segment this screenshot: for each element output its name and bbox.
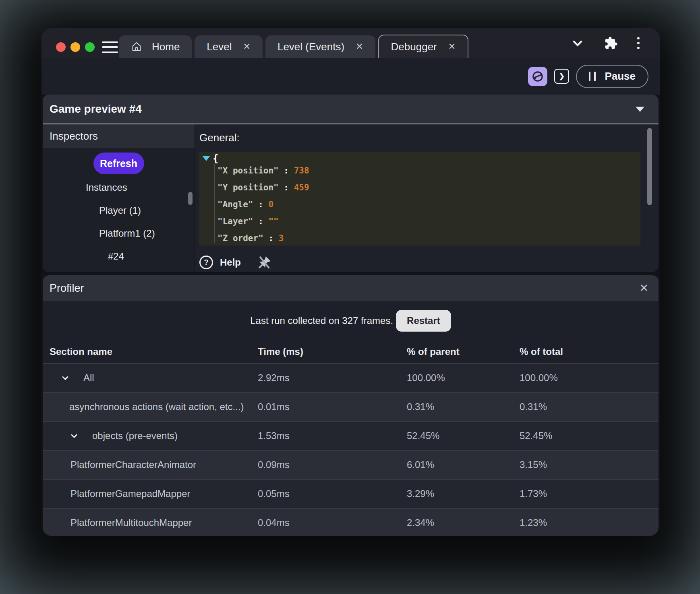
- json-property-line: "X position" : 738: [217, 162, 309, 179]
- tab-level-events-[interactable]: Level (Events) ✕: [265, 35, 375, 58]
- inspectors-tree: Instances Player (1) Platform1 (2) #24: [43, 176, 195, 268]
- section-name-label: PlatformerCharacterAnimator: [70, 459, 196, 470]
- question-circle-icon[interactable]: ?: [199, 256, 213, 269]
- json-value: 459: [294, 183, 309, 192]
- kebab-menu-icon[interactable]: [637, 37, 640, 49]
- tab-bar: Home ✕ Level ✕ Level (Events) ✕: [119, 35, 468, 58]
- inspectors-header: Inspectors: [43, 124, 195, 148]
- pause-icon: [589, 72, 596, 81]
- expand-chevron-icon[interactable]: [69, 431, 79, 441]
- pin-off-icon[interactable]: [257, 255, 272, 270]
- profiler-status-row: Last run collected on 327 frames. Restar…: [43, 301, 659, 340]
- profiler-title: Profiler: [50, 282, 84, 295]
- caret-down-icon[interactable]: [636, 107, 644, 112]
- help-label[interactable]: Help: [220, 257, 241, 268]
- inspectors-title: Inspectors: [50, 130, 98, 142]
- profiler-header: Profiler ✕: [43, 275, 659, 301]
- json-value: 738: [294, 166, 309, 175]
- puzzle-extensions-icon[interactable]: [604, 36, 618, 50]
- inspectors-scrollbar[interactable]: [188, 192, 193, 205]
- time-cell: 2.92ms: [258, 372, 407, 384]
- section-name-label: All: [83, 372, 94, 384]
- inspector-tree-item[interactable]: Platform1 (2): [43, 222, 195, 245]
- restart-button[interactable]: Restart: [396, 310, 451, 332]
- json-indent-guide: [214, 164, 215, 243]
- profiler-table-rows: All 2.92ms 100.00% 100.00% asynchronous …: [43, 364, 659, 536]
- inspector-tree-item[interactable]: Player (1): [43, 199, 195, 222]
- json-lines: "X position" : 738 "Y position" : 459 "A…: [217, 162, 309, 245]
- json-property-line: "Layer" : "": [217, 213, 309, 230]
- pause-button[interactable]: Pause: [576, 65, 648, 88]
- titlebar: Home ✕ Level ✕ Level (Events) ✕: [41, 28, 660, 58]
- game-preview-panel: Game preview #4 Inspectors Refresh Insta…: [43, 95, 659, 272]
- section-name-cell: PlatformerGamepadMapper: [43, 488, 258, 499]
- refresh-button[interactable]: Refresh: [93, 153, 144, 174]
- percent-parent-cell: 100.00%: [407, 372, 520, 384]
- pause-label: Pause: [605, 70, 636, 82]
- column-percent-parent: % of parent: [407, 346, 520, 357]
- tab-label: Home: [152, 41, 180, 53]
- profiler-status-text: Last run collected on 327 frames.: [250, 315, 393, 326]
- close-window-button[interactable]: [56, 42, 66, 52]
- tab-home[interactable]: Home ✕: [119, 35, 192, 58]
- profiler-table-row[interactable]: PlatformerMultitouchMapper 0.04ms 2.34% …: [43, 508, 659, 536]
- general-scrollbar[interactable]: [647, 128, 652, 205]
- inspectors-panel: Inspectors Refresh Instances Player (1) …: [43, 124, 195, 272]
- json-key: "Z order": [217, 233, 263, 243]
- general-panel: General: { "X position" : 738 "Y positio…: [195, 124, 659, 272]
- titlebar-right-icons: [570, 28, 660, 58]
- inspector-tree-item[interactable]: Instances: [43, 176, 195, 199]
- percent-parent-cell: 2.34%: [407, 517, 520, 528]
- profiler-table-row[interactable]: PlatformerCharacterAnimator 0.09ms 6.01%…: [43, 450, 659, 479]
- console-icon[interactable]: ❯: [554, 69, 569, 84]
- inspector-tree-item[interactable]: #24: [43, 245, 195, 268]
- time-cell: 0.04ms: [258, 517, 407, 528]
- minimize-window-button[interactable]: [70, 42, 80, 52]
- column-time: Time (ms): [258, 346, 407, 357]
- section-name-cell: asynchronous actions (wait action, etc..…: [43, 401, 258, 412]
- profiler-table-row[interactable]: All 2.92ms 100.00% 100.00%: [43, 364, 659, 392]
- json-key: "Angle": [217, 200, 253, 209]
- percent-total-cell: 1.73%: [520, 488, 659, 499]
- time-cell: 1.53ms: [258, 430, 407, 441]
- json-value: 0: [268, 200, 273, 209]
- json-key: "Layer": [217, 217, 253, 226]
- percent-total-cell: 100.00%: [520, 372, 659, 384]
- profiler-gauge-icon[interactable]: [528, 67, 547, 86]
- tab-close-icon[interactable]: ✕: [354, 41, 363, 52]
- json-property-line: "Y position" : 459: [217, 179, 309, 196]
- game-preview-header[interactable]: Game preview #4: [43, 95, 659, 124]
- tab-debugger[interactable]: Debugger ✕: [378, 35, 469, 58]
- section-name-cell: All: [43, 372, 258, 384]
- profiler-table-row[interactable]: objects (pre-events) 1.53ms 52.45% 52.45…: [43, 421, 659, 450]
- json-property-line: "Angle" : 0: [217, 196, 309, 213]
- column-percent-total: % of total: [520, 346, 659, 357]
- debugger-toolbar: ❯ Pause: [41, 58, 660, 95]
- hamburger-menu-icon[interactable]: [102, 41, 118, 53]
- section-name-label: objects (pre-events): [92, 430, 178, 441]
- section-name-cell: objects (pre-events): [43, 430, 258, 441]
- tab-label: Debugger: [391, 41, 437, 53]
- tree-item-label: Player (1): [99, 205, 141, 216]
- chevron-down-icon[interactable]: [570, 36, 585, 50]
- column-section-name: Section name: [43, 346, 258, 357]
- profiler-table-row[interactable]: PlatformerGamepadMapper 0.05ms 3.29% 1.7…: [43, 479, 659, 508]
- section-name-label: PlatformerGamepadMapper: [70, 488, 190, 499]
- json-expander-icon[interactable]: [202, 156, 210, 161]
- debugger-window: Home ✕ Level ✕ Level (Events) ✕: [41, 28, 660, 536]
- close-icon[interactable]: ✕: [639, 282, 648, 295]
- percent-parent-cell: 6.01%: [407, 459, 520, 470]
- time-cell: 0.05ms: [258, 488, 407, 499]
- tab-close-icon[interactable]: ✕: [242, 41, 251, 52]
- json-value: "": [268, 217, 278, 226]
- expand-chevron-icon[interactable]: [60, 373, 70, 383]
- profiler-table-row[interactable]: asynchronous actions (wait action, etc..…: [43, 392, 659, 421]
- tab-level[interactable]: Level ✕: [195, 35, 263, 58]
- tab-close-icon[interactable]: ✕: [447, 41, 456, 52]
- section-name-label: asynchronous actions (wait action, etc..…: [69, 401, 244, 412]
- percent-total-cell: 1.23%: [520, 517, 659, 528]
- tab-label: Level (Events): [278, 41, 344, 53]
- zoom-window-button[interactable]: [85, 42, 95, 52]
- json-key: "Y position": [217, 183, 279, 192]
- tree-item-label: Instances: [86, 182, 127, 193]
